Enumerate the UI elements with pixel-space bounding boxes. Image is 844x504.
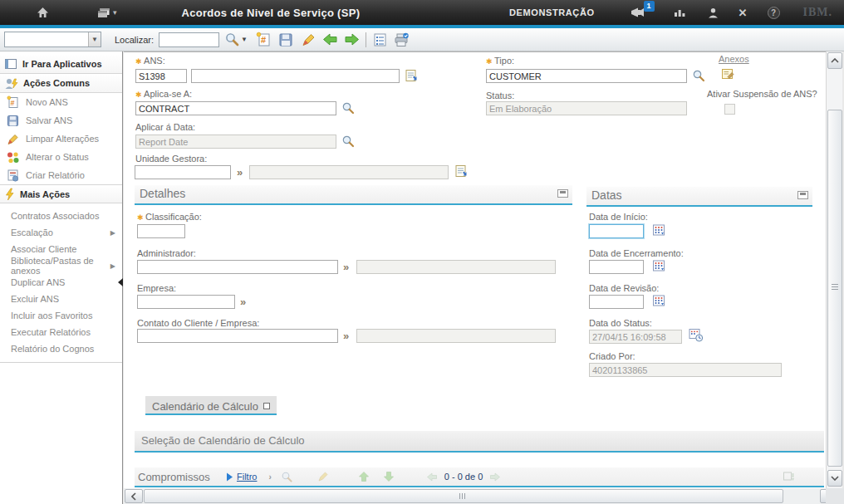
contato-code-input[interactable] bbox=[137, 329, 338, 343]
calendar-icon[interactable] bbox=[652, 294, 665, 307]
section-title: Seleção de Calendário de Cálculo bbox=[141, 434, 305, 447]
sidebar-item-biblioteca-pastas[interactable]: Biblioteca/Pastas de anexos▶ bbox=[0, 257, 122, 274]
calendar-icon[interactable] bbox=[652, 223, 665, 237]
sidebar-item-relatorio-cognos[interactable]: Relatório do Cognos bbox=[0, 340, 122, 357]
person-icon bbox=[708, 7, 719, 18]
filtro-link[interactable]: Filtro bbox=[237, 472, 257, 482]
open-lookup-chevrons-icon[interactable]: » bbox=[343, 329, 349, 343]
report-button[interactable] bbox=[371, 32, 388, 48]
change-status-icon bbox=[6, 151, 20, 164]
record-combobox[interactable]: ▼ bbox=[4, 32, 101, 47]
search-options-dropdown-icon[interactable]: ▼ bbox=[241, 36, 248, 43]
combo-dropdown-icon[interactable]: ▼ bbox=[88, 32, 101, 46]
sidebar-collapse-handle[interactable] bbox=[118, 278, 123, 286]
ativar-suspensao-checkbox[interactable] bbox=[724, 104, 735, 115]
more-actions-menu: Contratos Associados Escalação▶ Associar… bbox=[0, 203, 122, 363]
home-icon[interactable] bbox=[37, 7, 49, 18]
back-button[interactable] bbox=[321, 32, 338, 48]
filter-expand-icon bbox=[226, 472, 233, 482]
printer-icon bbox=[393, 32, 410, 47]
tipo-lookup-icon[interactable] bbox=[692, 69, 705, 82]
localizar-input[interactable] bbox=[159, 32, 219, 47]
app-switcher-menu[interactable]: ▾ bbox=[97, 7, 117, 18]
clear-changes-button[interactable] bbox=[300, 32, 316, 48]
chevron-right-icon[interactable]: › bbox=[268, 472, 271, 482]
sidebar-item-contratos-associados[interactable]: Contratos Associados bbox=[0, 208, 122, 224]
search-button[interactable] bbox=[223, 32, 240, 48]
sidebar: Ir Para Aplicativos Ações Comuns # Novo … bbox=[0, 51, 123, 504]
sidebar-item-criar-relatorio[interactable]: Criar Relatório bbox=[0, 166, 122, 184]
sidebar-item-limpar-alteracoes[interactable]: Limpar Alterações bbox=[0, 130, 122, 148]
sidebar-item-executar-relatorios[interactable]: Executar Relatórios bbox=[0, 324, 122, 340]
scroll-left-button[interactable] bbox=[125, 489, 143, 503]
status-field bbox=[486, 101, 687, 115]
criado-por-field bbox=[589, 363, 782, 377]
horizontal-scroll-thumb[interactable] bbox=[144, 489, 783, 503]
sidebar-item-alterar-status[interactable]: Alterar o Status bbox=[0, 148, 122, 166]
sidebar-item-incluir-favoritos[interactable]: Incluir aos Favoritos bbox=[0, 307, 122, 324]
sidebar-section-more-actions[interactable]: Mais Ações bbox=[0, 184, 122, 203]
ibm-logo: IBM. bbox=[803, 6, 833, 19]
localizar-label: Localizar: bbox=[115, 35, 154, 45]
data-status-label: Data do Status: bbox=[589, 318, 652, 328]
open-lookup-chevrons-icon[interactable]: » bbox=[237, 165, 243, 179]
scroll-down-button[interactable] bbox=[827, 470, 842, 487]
administrador-code-input[interactable] bbox=[137, 260, 338, 274]
add-record-icon[interactable] bbox=[454, 164, 468, 178]
sidebar-item-associar-cliente[interactable]: Associar Cliente bbox=[0, 241, 122, 257]
scroll-up-button[interactable] bbox=[827, 52, 842, 69]
filtro-toggle[interactable]: Filtro bbox=[226, 472, 257, 482]
ans-id-input[interactable] bbox=[135, 69, 187, 83]
aplicar-data-lookup-icon[interactable] bbox=[341, 135, 355, 148]
vertical-scroll-thumb[interactable] bbox=[827, 110, 842, 467]
tipo-input[interactable] bbox=[486, 69, 687, 83]
data-inicio-input[interactable] bbox=[589, 224, 644, 238]
metrics-button[interactable] bbox=[674, 7, 686, 17]
vertical-scrollbar[interactable] bbox=[826, 51, 842, 488]
print-button[interactable] bbox=[393, 32, 410, 48]
data-encerramento-input[interactable] bbox=[589, 260, 644, 274]
horizontal-scrollbar[interactable] bbox=[124, 488, 844, 504]
sidebar-item-novo-ans[interactable]: # Novo ANS bbox=[0, 93, 122, 111]
user-profile-button[interactable] bbox=[708, 7, 719, 18]
unidade-gestora-name-field bbox=[249, 165, 449, 179]
sidebar-item-go-to-apps[interactable]: Ir Para Aplicativos bbox=[0, 55, 122, 74]
record-combo-input[interactable] bbox=[5, 32, 88, 46]
common-actions-icon bbox=[4, 77, 18, 90]
notifications-button[interactable]: 1 bbox=[630, 7, 645, 18]
aplica-se-lookup-icon[interactable] bbox=[341, 101, 355, 115]
classificacao-input[interactable] bbox=[137, 224, 185, 238]
save-button[interactable] bbox=[277, 32, 294, 48]
new-record-icon: # bbox=[6, 95, 20, 109]
sidebar-section-common-actions[interactable]: Ações Comuns bbox=[0, 74, 122, 93]
sidebar-item-excluir-ans[interactable]: Excluir ANS bbox=[0, 291, 122, 307]
sidebar-item-duplicar-ans[interactable]: Duplicar ANS bbox=[0, 274, 122, 291]
anexos-link[interactable]: Anexos bbox=[719, 54, 749, 64]
calendar-icon[interactable] bbox=[652, 259, 665, 272]
aplica-se-input[interactable] bbox=[135, 101, 336, 115]
detalhes-title: Detalhes bbox=[140, 187, 185, 200]
open-lookup-chevrons-icon[interactable]: » bbox=[240, 295, 246, 309]
search-icon bbox=[224, 32, 240, 47]
sidebar-item-label: Limpar Alterações bbox=[26, 134, 99, 144]
add-record-icon[interactable] bbox=[405, 69, 418, 82]
sidebar-item-label: Relatório do Cognos bbox=[11, 344, 94, 354]
forward-button[interactable] bbox=[343, 32, 360, 48]
window-icon bbox=[4, 58, 17, 70]
open-lookup-chevrons-icon[interactable]: » bbox=[343, 260, 349, 274]
minimize-icon[interactable] bbox=[557, 189, 568, 198]
sidebar-item-salvar-ans[interactable]: Salvar ANS bbox=[0, 111, 122, 130]
minimize-icon[interactable] bbox=[797, 191, 808, 199]
tab-calendario-calculo[interactable]: Calendário de Cálculo bbox=[145, 396, 277, 415]
empresa-input[interactable] bbox=[137, 295, 235, 309]
attachment-edit-icon[interactable] bbox=[721, 67, 734, 81]
close-icon[interactable]: ✕ bbox=[738, 7, 748, 19]
criado-por-label: Criado Por: bbox=[589, 351, 635, 361]
data-revisao-input[interactable] bbox=[589, 295, 644, 309]
help-button[interactable]: ? bbox=[768, 7, 780, 19]
calendar-clock-icon[interactable] bbox=[689, 328, 702, 341]
ans-name-input[interactable] bbox=[191, 69, 400, 83]
new-record-button[interactable]: # bbox=[255, 32, 272, 48]
sidebar-item-escalacao[interactable]: Escalação▶ bbox=[0, 224, 122, 241]
unidade-gestora-code-input[interactable] bbox=[135, 165, 231, 179]
